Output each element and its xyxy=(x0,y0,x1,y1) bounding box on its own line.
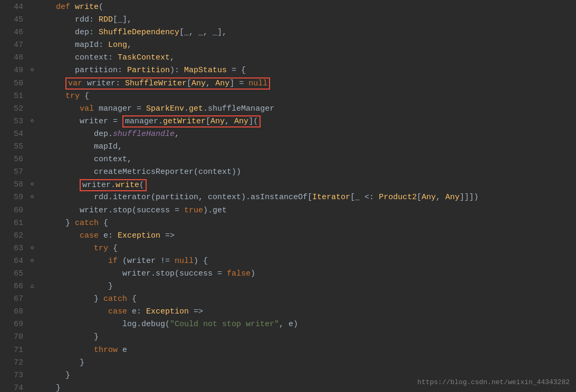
code-line-69: log.debug("Could not stop writer", e) xyxy=(37,318,576,331)
code-line-54: dep.shuffleHandle, xyxy=(37,128,576,141)
code-line-71: throw e xyxy=(37,344,576,357)
code-editor: 44 45 46 47 48 49 50 51 52 53 54 55 56 5… xyxy=(0,0,576,392)
code-line-68: case e: Exception => xyxy=(37,306,576,318)
line-numbers: 44 45 46 47 48 49 50 51 52 53 54 55 56 5… xyxy=(0,0,27,392)
code-line-47: mapId: Long, xyxy=(37,39,576,52)
code-line-72: } xyxy=(37,357,576,369)
code-line-57: createMetricsReporter(context)) xyxy=(37,166,576,179)
code-line-62: case e: Exception => xyxy=(37,230,576,242)
code-line-60: writer.stop(success = true).get xyxy=(37,204,576,217)
code-line-52: val manager = SparkEnv.get.shuffleManage… xyxy=(37,103,576,115)
code-line-64: if (writer != null) { xyxy=(37,255,576,268)
watermark: https://blog.csdn.net/weixin_44343282 xyxy=(417,377,570,388)
code-line-51: try { xyxy=(37,90,576,103)
code-line-53: writer = manager.getWriter[Any, Any]( xyxy=(37,115,576,128)
code-line-49: partition: Partition): MapStatus = { xyxy=(37,64,576,77)
code-line-61: } catch { xyxy=(37,217,576,230)
code-line-59: rdd.iterator(partition, context).asInsta… xyxy=(37,191,576,204)
code-line-50: var writer: ShuffleWriter[Any, Any] = nu… xyxy=(37,77,576,90)
code-content: def write( rdd: RDD[_], dep: ShuffleDepe… xyxy=(37,0,576,392)
code-line-67: } catch { xyxy=(37,293,576,306)
code-line-66: } xyxy=(37,280,576,293)
code-line-48: context: TaskContext, xyxy=(37,52,576,64)
code-line-44: def write( xyxy=(37,1,576,14)
code-line-65: writer.stop(success = false) xyxy=(37,268,576,280)
code-line-56: context, xyxy=(37,153,576,166)
code-line-63: try { xyxy=(37,242,576,255)
code-line-70: } xyxy=(37,331,576,344)
code-line-45: rdd: RDD[_], xyxy=(37,14,576,26)
code-line-46: dep: ShuffleDependency[_, _, _], xyxy=(37,26,576,39)
code-line-55: mapId, xyxy=(37,141,576,153)
code-line-58: writer.write( xyxy=(37,179,576,191)
gutter: ◇ ◇ ◇ ◇ ◇ ◇ △ xyxy=(27,0,37,392)
